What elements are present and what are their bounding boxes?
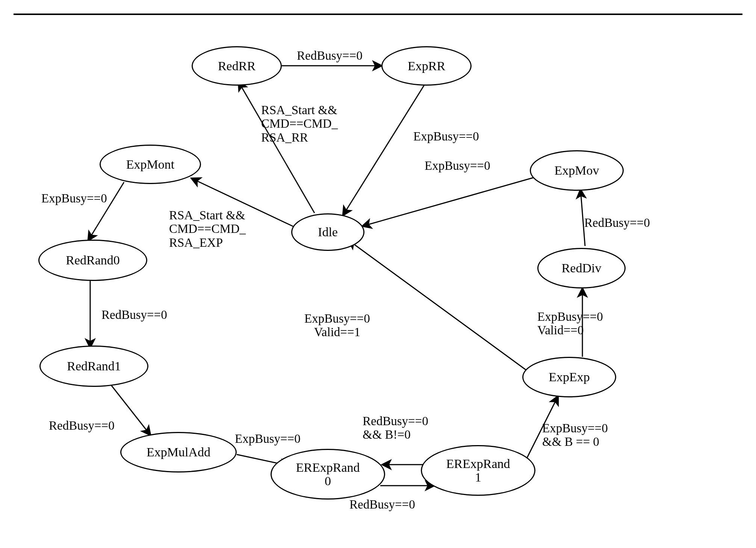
state-label: ExpRR: [408, 59, 445, 73]
label-expmont-to-redrand0: ExpBusy==0: [41, 192, 107, 205]
state-expexp: ExpExp: [522, 357, 616, 397]
state-label: ExpExp: [549, 370, 590, 384]
label-erexprand0-to-erexprand1: RedBusy==0: [349, 498, 415, 511]
state-label: ExpMov: [555, 164, 599, 177]
svg-line-14: [363, 177, 537, 226]
svg-line-0: [239, 82, 314, 213]
label-expmuladd-to-erexprand0: ExpBusy==0: [235, 432, 301, 445]
state-redrand1: RedRand1: [39, 346, 148, 387]
label-idle-to-redrr: RSA_Start && CMD==CMD_ RSA_RR: [261, 103, 338, 144]
label-reddiv-to-expmov: RedBusy==0: [584, 216, 650, 229]
svg-line-12: [349, 240, 526, 370]
label-redrr-to-exprr: RedBusy==0: [297, 49, 363, 62]
label-expmov-to-idle: ExpBusy==0: [425, 159, 490, 172]
label-exprr-to-idle: ExpBusy==0: [413, 130, 479, 143]
state-label: RedRand1: [67, 359, 121, 373]
label-redrand0-to-redrand1: RedBusy==0: [101, 308, 167, 322]
svg-line-6: [109, 382, 150, 435]
state-label: RedRR: [218, 59, 256, 73]
label-expexp-to-reddiv: ExpBusy==0 Valid==0: [537, 310, 603, 337]
state-exprr: ExpRR: [381, 46, 472, 86]
state-redrand0: RedRand0: [38, 240, 147, 281]
label-redrand1-to-expmuladd: RedBusy==0: [49, 419, 115, 432]
state-label: RedRand0: [66, 254, 120, 267]
state-idle: Idle: [291, 213, 364, 251]
state-label: Idle: [318, 225, 338, 239]
svg-line-4: [88, 182, 124, 240]
label-expexp-to-idle: ExpBusy==0 Valid==1: [304, 312, 370, 339]
state-expmuladd: ExpMulAdd: [120, 432, 237, 473]
label-erexprand1-to-erexprand0: RedBusy==0 && B!=0: [363, 414, 428, 442]
state-diagram: Idle RedRR ExpRR ExpMont RedRand0 RedRan…: [0, 0, 756, 548]
state-erexprand0: ERExpRand 0: [271, 449, 385, 500]
label-erexprand1-to-expexp: ExpBusy==0 && B == 0: [542, 421, 608, 449]
state-expmov: ExpMov: [530, 150, 624, 191]
state-label: ERExpRand 1: [446, 457, 510, 484]
state-expmont: ExpMont: [100, 145, 201, 184]
state-label: ExpMulAdd: [147, 445, 210, 459]
state-label: ERExpRand 0: [296, 461, 360, 488]
svg-line-2: [343, 85, 425, 215]
state-reddiv: RedDiv: [537, 248, 626, 288]
state-erexprand1: ERExpRand 1: [421, 445, 535, 496]
label-idle-to-expmont: RSA_Start && CMD==CMD_ RSA_EXP: [169, 208, 246, 249]
state-redrr: RedRR: [192, 46, 282, 86]
state-label: RedDiv: [562, 261, 602, 275]
state-label: ExpMont: [126, 158, 174, 171]
